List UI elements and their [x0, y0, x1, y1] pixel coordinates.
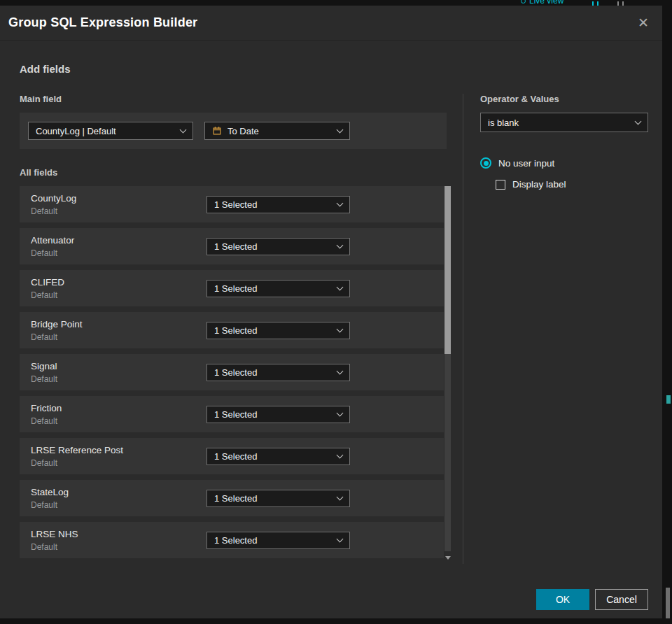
chevron-down-icon	[337, 368, 344, 375]
field-subtitle: Default	[31, 458, 206, 468]
all-fields-list: CountyLog Default 1 Selected Attenuator …	[20, 186, 463, 558]
backdrop-page-scrollbar[interactable]	[666, 588, 670, 618]
field-subtitle: Default	[31, 332, 206, 342]
field-selected-value: 1 Selected	[214, 283, 257, 294]
field-row: Signal Default 1 Selected	[20, 354, 444, 390]
field-row: LRSE Reference Post Default 1 Selected	[20, 438, 444, 474]
display-label-option[interactable]: Display label	[496, 179, 648, 190]
field-row: Attenuator Default 1 Selected	[20, 228, 444, 264]
chevron-down-icon	[180, 127, 187, 134]
field-info: Signal Default	[31, 361, 206, 384]
close-icon: ✕	[638, 15, 649, 31]
field-name: Bridge Point	[31, 319, 206, 329]
chevron-down-icon	[337, 127, 344, 134]
operator-values-panel: Operator & Values is blank No user input…	[463, 94, 662, 564]
field-name: Attenuator	[31, 235, 206, 246]
field-info: Bridge Point Default	[31, 319, 206, 342]
no-user-input-radio[interactable]	[480, 157, 491, 169]
field-selected-value: 1 Selected	[214, 367, 257, 378]
field-selected-dropdown[interactable]: 1 Selected	[206, 322, 350, 339]
field-selected-dropdown[interactable]: 1 Selected	[206, 490, 350, 507]
field-selected-value: 1 Selected	[214, 493, 257, 504]
operator-dropdown[interactable]: is blank	[480, 113, 648, 132]
backdrop-edge-fragment	[666, 395, 671, 404]
chevron-down-icon	[337, 452, 344, 459]
display-label-text: Display label	[512, 179, 566, 190]
field-selected-dropdown[interactable]: 1 Selected	[206, 238, 350, 255]
live-view-indicator: Live view	[521, 0, 564, 6]
group-sql-expression-builder-dialog: Group SQL Expression Builder ✕ Add field…	[0, 6, 662, 618]
field-info: StateLog Default	[31, 487, 206, 510]
field-name: LRSE Reference Post	[31, 445, 206, 455]
field-subtitle: Default	[31, 500, 206, 510]
field-selected-dropdown[interactable]: 1 Selected	[206, 280, 350, 297]
field-row: CLIFED Default 1 Selected	[20, 270, 444, 306]
field-row: Friction Default 1 Selected	[20, 396, 444, 432]
field-selected-value: 1 Selected	[214, 241, 257, 252]
field-row: CountyLog Default 1 Selected	[20, 186, 444, 222]
chevron-down-icon	[337, 410, 344, 417]
main-field-label: Main field	[20, 94, 463, 104]
field-selected-dropdown[interactable]: 1 Selected	[206, 532, 350, 549]
field-selected-value: 1 Selected	[214, 199, 257, 210]
field-selected-dropdown[interactable]: 1 Selected	[206, 196, 350, 213]
field-info: CLIFED Default	[31, 277, 206, 300]
cancel-button[interactable]: Cancel	[595, 589, 648, 610]
field-info: CountyLog Default	[31, 193, 206, 216]
scrollbar[interactable]	[444, 186, 451, 551]
date-field-dropdown-value: To Date	[227, 126, 259, 136]
operator-dropdown-value: is blank	[488, 118, 519, 128]
chevron-down-icon	[337, 536, 344, 543]
main-field-panel: CountyLog | Default To Date	[20, 113, 447, 149]
all-fields-label: All fields	[20, 167, 463, 178]
field-subtitle: Default	[31, 248, 206, 258]
field-selected-dropdown[interactable]: 1 Selected	[206, 364, 350, 381]
field-subtitle: Default	[31, 416, 206, 426]
field-selected-value: 1 Selected	[214, 535, 257, 546]
field-name: CountyLog	[31, 193, 206, 204]
field-info: LRSE NHS Default	[31, 529, 206, 552]
field-subtitle: Default	[31, 374, 206, 384]
field-selected-value: 1 Selected	[214, 451, 257, 462]
main-field-dropdown[interactable]: CountyLog | Default	[28, 122, 193, 140]
display-label-checkbox[interactable]	[496, 180, 505, 190]
calendar-icon	[212, 126, 222, 136]
chevron-down-icon	[337, 494, 344, 501]
live-view-label: Live view	[529, 0, 564, 6]
live-view-dot-icon	[521, 0, 526, 3]
field-name: CLIFED	[31, 277, 206, 288]
chevron-down-icon	[635, 118, 642, 125]
main-field-dropdown-value: CountyLog | Default	[36, 126, 116, 136]
chevron-down-icon	[337, 242, 344, 249]
fields-column: Main field CountyLog | Default	[20, 94, 463, 564]
field-name: Friction	[31, 403, 206, 413]
field-selected-value: 1 Selected	[214, 325, 257, 336]
field-info: Attenuator Default	[31, 235, 206, 258]
dialog-footer: OK Cancel	[536, 589, 648, 610]
field-name: Signal	[31, 361, 206, 371]
date-field-dropdown[interactable]: To Date	[204, 122, 350, 140]
no-user-input-option[interactable]: No user input	[480, 157, 648, 169]
scrollbar-down-arrow-icon[interactable]	[444, 555, 451, 560]
field-info: Friction Default	[31, 403, 206, 426]
operator-values-heading: Operator & Values	[480, 94, 648, 104]
close-button[interactable]: ✕	[634, 14, 652, 32]
dialog-header: Group SQL Expression Builder ✕	[0, 6, 662, 41]
field-row: Bridge Point Default 1 Selected	[20, 312, 444, 348]
no-user-input-label: No user input	[498, 158, 554, 169]
field-subtitle: Default	[31, 290, 206, 300]
dialog-body: Add fields Main field CountyLog | Defaul…	[0, 41, 662, 618]
field-selected-dropdown[interactable]: 1 Selected	[206, 448, 350, 465]
chevron-down-icon	[337, 284, 344, 291]
field-info: LRSE Reference Post Default	[31, 445, 206, 468]
scrollbar-thumb[interactable]	[444, 186, 451, 354]
chevron-down-icon	[337, 326, 344, 333]
field-selected-value: 1 Selected	[214, 409, 257, 420]
field-row: LRSE NHS Default 1 Selected	[20, 522, 444, 558]
field-subtitle: Default	[31, 542, 206, 552]
field-selected-dropdown[interactable]: 1 Selected	[206, 406, 350, 423]
ok-button[interactable]: OK	[536, 589, 589, 610]
field-subtitle: Default	[31, 206, 206, 216]
add-fields-heading: Add fields	[20, 63, 662, 75]
field-name: LRSE NHS	[31, 529, 206, 539]
